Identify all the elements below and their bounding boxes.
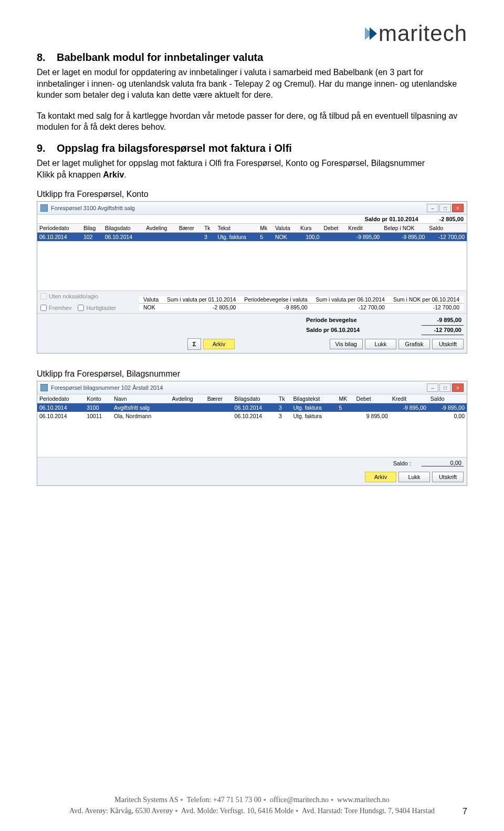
app-icon [40, 204, 48, 212]
section-9-para: Det er laget mulighet for oppslag mot fa… [37, 158, 467, 180]
window-forespoersel-konto: Forespørsel 3100 Avgiftsfritt salg – □ ×… [37, 201, 467, 354]
minimize-button[interactable]: – [427, 204, 438, 212]
caption-2: Utklipp fra Forespørsel, Bilagsnummer [37, 369, 467, 379]
window-title: Forespørsel 3100 Avgiftsfritt salg [51, 205, 135, 211]
maritech-logo: maritech [365, 21, 467, 46]
section-8-heading: 8.Babelbank modul for innbetalinger valu… [37, 51, 467, 64]
logo-arrow-icon [370, 27, 377, 40]
minimize-button[interactable]: – [427, 383, 438, 392]
window-title: Forespørsel bilagsnummer 102 Årstall 201… [51, 385, 163, 391]
saldo-pr-value: -12 700,00 [422, 326, 464, 336]
periode-bevegelse-label: Periode bevegelse [306, 316, 357, 326]
checkbox-hurtigtaster[interactable]: Hurtigtaster [78, 305, 116, 311]
maximize-button[interactable]: □ [439, 204, 451, 212]
lukk-button[interactable]: Lukk [365, 339, 396, 349]
window-titlebar: Forespørsel 3100 Avgiftsfritt salg – □ × [37, 202, 467, 215]
arkiv-button[interactable]: Arkiv [203, 339, 235, 349]
checkbox-uten-noksaldo[interactable]: Uten noksaldo/agio [40, 293, 116, 299]
page-number: 7 [463, 807, 467, 816]
grafisk-button[interactable]: Grafisk [398, 339, 430, 349]
page-footer: Maritech Systems AS▪ Telefon: +47 71 51 … [0, 794, 504, 816]
caption-1: Utklipp fra Forespørsel, Konto [37, 190, 467, 199]
window-forespoersel-bilagsnummer: Forespørsel bilagsnummer 102 Årstall 201… [37, 381, 467, 486]
sigma-button[interactable]: Σ [187, 338, 201, 350]
arkiv-button[interactable]: Arkiv [365, 472, 396, 482]
vis-bilag-button[interactable]: Vis bilag [330, 339, 363, 349]
close-button[interactable]: × [452, 383, 464, 392]
checkbox-fremhev[interactable]: Fremhev [40, 305, 71, 311]
app-icon [40, 384, 48, 391]
saldo-value: 0,00 [422, 460, 464, 466]
saldo-value: -2 805,00 [439, 216, 464, 222]
utskrift-button[interactable]: Utskrift [432, 472, 464, 482]
transactions-table: Periodedato Konto Navn Avdeling Bærer Bi… [37, 394, 467, 420]
summary-table: Valuta Sum i valuta per 01.10.2014 Perio… [139, 296, 464, 311]
section-8-para-1: Det er laget en modul for oppdatering av… [37, 67, 467, 101]
utskrift-button[interactable]: Utskrift [432, 339, 464, 349]
lukk-button[interactable]: Lukk [398, 472, 430, 482]
section-9-heading: 9.Oppslag fra bilagsforespørsel mot fakt… [37, 142, 467, 154]
saldo-label: Saldo : [393, 460, 411, 466]
window-titlebar: Forespørsel bilagsnummer 102 Årstall 201… [37, 381, 467, 394]
section-8-para-2: Ta kontakt med salg for å kartlegge hvor… [37, 110, 467, 133]
saldo-pr-label: Saldo pr 06.10.2014 [306, 326, 360, 336]
table-row[interactable]: 06.10.20143100Avgiftsfritt salg 06.10.20… [37, 403, 467, 412]
maximize-button[interactable]: □ [439, 383, 451, 392]
saldo-label: Saldo pr 01.10.2014 [364, 216, 418, 222]
periode-bevegelse-value: -9 895,00 [422, 316, 464, 326]
logo-row: maritech [37, 21, 467, 46]
logo-text: maritech [379, 21, 467, 46]
table-row[interactable]: 06.10.201410011Ola, Nordmann 06.10.2014 … [37, 412, 467, 420]
transactions-table: Periodedato Bilag Bilagsdato Avdeling Bæ… [37, 224, 467, 241]
table-row[interactable]: 06.10.2014 102 06.10.2014 3 Utg. faktura… [37, 233, 467, 242]
close-button[interactable]: × [452, 204, 464, 212]
